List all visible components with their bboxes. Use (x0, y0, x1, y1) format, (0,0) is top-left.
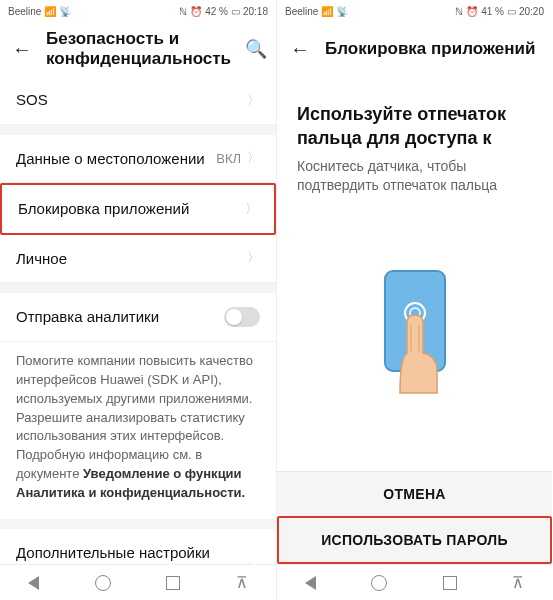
time-label: 20:18 (243, 6, 268, 17)
signal-icon: 📶 (321, 6, 333, 17)
row-label: SOS (16, 90, 247, 110)
header: ← Безопасность и конфиденциальность 🔍 (0, 22, 276, 76)
row-sos[interactable]: SOS 〉 (0, 76, 276, 125)
back-icon[interactable]: ← (12, 38, 32, 60)
section-gap (0, 519, 276, 529)
nav-recent-icon[interactable] (166, 576, 180, 590)
footer-buttons: ОТМЕНА ИСПОЛЬЗОВАТЬ ПАРОЛЬ (277, 471, 552, 564)
analytics-description: Помогите компании повысить качество инте… (0, 342, 276, 519)
alarm-icon: ⏰ (466, 6, 478, 17)
nfc-icon: ℕ (455, 6, 463, 17)
cancel-button[interactable]: ОТМЕНА (277, 471, 552, 516)
nav-accessibility-icon[interactable]: ⊼ (512, 573, 524, 592)
row-label: Личное (16, 249, 247, 269)
nfc-icon: ℕ (179, 6, 187, 17)
row-value: ВКЛ (216, 151, 241, 166)
nav-bar: ⊼ (277, 564, 552, 600)
settings-list: SOS 〉 Данные о местоположении ВКЛ 〉 Блок… (0, 76, 276, 564)
page-title: Безопасность и конфиденциальность (46, 29, 231, 70)
nav-accessibility-icon[interactable]: ⊼ (236, 573, 248, 592)
section-gap (0, 283, 276, 293)
status-bar: Beeline 📶 📡 ℕ ⏰ 41 % ▭ 20:20 (277, 0, 552, 22)
chevron-right-icon: 〉 (247, 149, 260, 167)
analytics-toggle[interactable] (224, 307, 260, 327)
row-label: Блокировка приложений (18, 199, 245, 219)
row-label: Отправка аналитики (16, 307, 224, 327)
fingerprint-hand-icon (355, 263, 475, 403)
nav-home-icon[interactable] (371, 575, 387, 591)
nav-back-icon[interactable] (305, 576, 316, 590)
row-location[interactable]: Данные о местоположении ВКЛ 〉 (0, 135, 276, 184)
fingerprint-title: Используйте отпечаток пальца для доступа… (297, 102, 532, 151)
fingerprint-prompt: Используйте отпечаток пальца для доступа… (277, 76, 552, 471)
row-label: Дополнительные настройки (16, 543, 247, 563)
alarm-icon: ⏰ (190, 6, 202, 17)
nav-home-icon[interactable] (95, 575, 111, 591)
chevron-right-icon: 〉 (247, 91, 260, 109)
battery-icon: ▭ (231, 6, 240, 17)
row-label: Данные о местоположении (16, 149, 216, 169)
battery-label: 41 % (481, 6, 504, 17)
nav-recent-icon[interactable] (443, 576, 457, 590)
row-personal[interactable]: Личное 〉 (0, 235, 276, 284)
search-icon[interactable]: 🔍 (245, 38, 267, 60)
battery-label: 42 % (205, 6, 228, 17)
screen-security-settings: Beeline 📶 📡 ℕ ⏰ 42 % ▭ 20:18 ← Безопасно… (0, 0, 276, 600)
chevron-right-icon: 〉 (245, 200, 258, 218)
status-bar: Beeline 📶 📡 ℕ ⏰ 42 % ▭ 20:18 (0, 0, 276, 22)
desc-text: Помогите компании повысить качество инте… (16, 353, 253, 481)
back-icon[interactable]: ← (289, 38, 311, 60)
row-analytics[interactable]: Отправка аналитики (0, 293, 276, 342)
section-gap (0, 125, 276, 135)
fingerprint-subtitle: Коснитесь датчика, чтобы подтвердить отп… (297, 157, 532, 196)
header: ← Блокировка приложений (277, 22, 552, 76)
nav-bar: ⊼ (0, 564, 276, 600)
wifi-icon: 📡 (59, 6, 71, 17)
fingerprint-illustration (297, 196, 532, 471)
row-additional-settings[interactable]: Дополнительные настройки Блокировка SIM-… (0, 529, 276, 564)
carrier-label: Beeline (8, 6, 41, 17)
page-title: Блокировка приложений (325, 39, 540, 59)
screen-app-lock-fingerprint: Beeline 📶 📡 ℕ ⏰ 41 % ▭ 20:20 ← Блокировк… (276, 0, 552, 600)
wifi-icon: 📡 (336, 6, 348, 17)
battery-icon: ▭ (507, 6, 516, 17)
use-password-button[interactable]: ИСПОЛЬЗОВАТЬ ПАРОЛЬ (277, 516, 552, 564)
row-app-lock[interactable]: Блокировка приложений 〉 (0, 183, 276, 235)
carrier-label: Beeline (285, 6, 318, 17)
time-label: 20:20 (519, 6, 544, 17)
nav-back-icon[interactable] (28, 576, 39, 590)
signal-icon: 📶 (44, 6, 56, 17)
chevron-right-icon: 〉 (247, 249, 260, 267)
